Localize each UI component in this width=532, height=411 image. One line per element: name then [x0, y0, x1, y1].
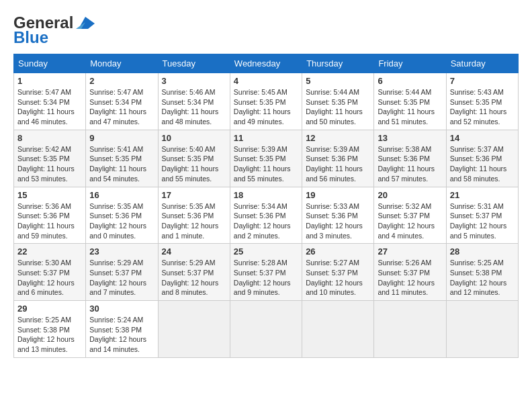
calendar-cell: 25 Sunrise: 5:28 AMSunset: 5:37 PMDaylig… [230, 244, 302, 301]
day-number: 23 [89, 246, 154, 257]
day-info: Sunrise: 5:39 AMSunset: 5:36 PMDaylight:… [306, 145, 363, 183]
day-number: 15 [17, 190, 82, 200]
day-number: 6 [378, 76, 442, 86]
calendar-cell: 23 Sunrise: 5:29 AMSunset: 5:37 PMDaylig… [86, 244, 158, 301]
day-info: Sunrise: 5:47 AMSunset: 5:34 PMDaylight:… [17, 88, 75, 126]
day-number: 5 [306, 76, 370, 86]
day-info: Sunrise: 5:45 AMSunset: 5:35 PMDaylight:… [234, 88, 291, 126]
day-info: Sunrise: 5:35 AMSunset: 5:36 PMDaylight:… [162, 202, 219, 240]
calendar-cell: 26 Sunrise: 5:27 AMSunset: 5:37 PMDaylig… [302, 244, 374, 301]
day-number: 13 [378, 133, 442, 143]
day-number: 11 [234, 133, 298, 143]
calendar-cell [446, 301, 518, 358]
day-number: 29 [17, 304, 82, 314]
calendar-cell: 1 Sunrise: 5:47 AMSunset: 5:34 PMDayligh… [14, 73, 86, 130]
calendar-cell: 28 Sunrise: 5:25 AMSunset: 5:38 PMDaylig… [446, 244, 518, 301]
day-number: 28 [450, 246, 515, 257]
calendar-week-3: 15 Sunrise: 5:36 AMSunset: 5:36 PMDaylig… [14, 187, 519, 244]
day-number: 22 [17, 246, 82, 257]
calendar-cell: 10 Sunrise: 5:40 AMSunset: 5:35 PMDaylig… [158, 130, 230, 187]
day-number: 30 [89, 304, 154, 314]
calendar-cell: 30 Sunrise: 5:24 AMSunset: 5:38 PMDaylig… [86, 301, 158, 358]
weekday-header-monday: Monday [86, 54, 158, 73]
weekday-header-thursday: Thursday [302, 54, 374, 73]
day-info: Sunrise: 5:33 AMSunset: 5:36 PMDaylight:… [306, 202, 363, 240]
calendar-cell: 14 Sunrise: 5:37 AMSunset: 5:36 PMDaylig… [446, 130, 518, 187]
calendar-cell: 21 Sunrise: 5:31 AMSunset: 5:37 PMDaylig… [446, 187, 518, 244]
calendar-cell: 6 Sunrise: 5:44 AMSunset: 5:35 PMDayligh… [374, 73, 446, 130]
calendar-cell: 4 Sunrise: 5:45 AMSunset: 5:35 PMDayligh… [230, 73, 302, 130]
day-info: Sunrise: 5:47 AMSunset: 5:34 PMDaylight:… [89, 88, 146, 126]
day-number: 18 [234, 190, 298, 200]
day-info: Sunrise: 5:31 AMSunset: 5:37 PMDaylight:… [450, 202, 507, 240]
day-number: 14 [450, 133, 515, 143]
logo: General Blue [13, 13, 95, 47]
day-info: Sunrise: 5:30 AMSunset: 5:37 PMDaylight:… [17, 259, 75, 296]
day-number: 10 [162, 133, 226, 143]
day-number: 3 [162, 76, 226, 86]
day-number: 4 [234, 76, 298, 86]
day-info: Sunrise: 5:40 AMSunset: 5:35 PMDaylight:… [162, 145, 219, 183]
day-number: 12 [306, 133, 370, 143]
day-info: Sunrise: 5:38 AMSunset: 5:36 PMDaylight:… [378, 145, 435, 183]
calendar-cell: 2 Sunrise: 5:47 AMSunset: 5:34 PMDayligh… [86, 73, 158, 130]
day-number: 25 [234, 246, 298, 257]
calendar-week-2: 8 Sunrise: 5:42 AMSunset: 5:35 PMDayligh… [14, 130, 519, 187]
calendar-cell [374, 301, 446, 358]
calendar-cell: 24 Sunrise: 5:29 AMSunset: 5:37 PMDaylig… [158, 244, 230, 301]
day-number: 1 [17, 76, 82, 86]
day-info: Sunrise: 5:35 AMSunset: 5:36 PMDaylight:… [89, 202, 146, 240]
day-info: Sunrise: 5:28 AMSunset: 5:37 PMDaylight:… [234, 259, 291, 296]
calendar-cell [158, 301, 230, 358]
calendar-cell: 5 Sunrise: 5:44 AMSunset: 5:35 PMDayligh… [302, 73, 374, 130]
day-number: 16 [89, 190, 154, 200]
day-info: Sunrise: 5:24 AMSunset: 5:38 PMDaylight:… [89, 316, 146, 353]
day-info: Sunrise: 5:29 AMSunset: 5:37 PMDaylight:… [89, 259, 146, 296]
day-info: Sunrise: 5:44 AMSunset: 5:35 PMDaylight:… [378, 88, 435, 126]
calendar-cell: 29 Sunrise: 5:25 AMSunset: 5:38 PMDaylig… [14, 301, 86, 358]
calendar-header-row: SundayMondayTuesdayWednesdayThursdayFrid… [14, 54, 519, 73]
calendar-cell: 20 Sunrise: 5:32 AMSunset: 5:37 PMDaylig… [374, 187, 446, 244]
day-number: 24 [162, 246, 226, 257]
day-info: Sunrise: 5:27 AMSunset: 5:37 PMDaylight:… [306, 259, 363, 296]
day-number: 7 [450, 76, 515, 86]
day-number: 26 [306, 246, 370, 257]
calendar-cell: 18 Sunrise: 5:34 AMSunset: 5:36 PMDaylig… [230, 187, 302, 244]
calendar-cell: 19 Sunrise: 5:33 AMSunset: 5:36 PMDaylig… [302, 187, 374, 244]
logo-icon [76, 17, 95, 29]
calendar-week-4: 22 Sunrise: 5:30 AMSunset: 5:37 PMDaylig… [14, 244, 519, 301]
calendar-week-1: 1 Sunrise: 5:47 AMSunset: 5:34 PMDayligh… [14, 73, 519, 130]
calendar-cell: 7 Sunrise: 5:43 AMSunset: 5:35 PMDayligh… [446, 73, 518, 130]
day-info: Sunrise: 5:32 AMSunset: 5:37 PMDaylight:… [378, 202, 435, 240]
calendar-table: SundayMondayTuesdayWednesdayThursdayFrid… [13, 54, 519, 358]
day-info: Sunrise: 5:26 AMSunset: 5:37 PMDaylight:… [378, 259, 435, 296]
weekday-header-sunday: Sunday [14, 54, 86, 73]
day-number: 8 [17, 133, 82, 143]
day-number: 21 [450, 190, 515, 200]
day-info: Sunrise: 5:37 AMSunset: 5:36 PMDaylight:… [450, 145, 507, 183]
day-number: 27 [378, 246, 442, 257]
calendar-cell [230, 301, 302, 358]
weekday-header-wednesday: Wednesday [230, 54, 302, 73]
logo-blue: Blue [13, 28, 48, 47]
calendar-cell: 9 Sunrise: 5:41 AMSunset: 5:35 PMDayligh… [86, 130, 158, 187]
day-number: 9 [89, 133, 154, 143]
calendar-cell: 8 Sunrise: 5:42 AMSunset: 5:35 PMDayligh… [14, 130, 86, 187]
day-number: 17 [162, 190, 226, 200]
calendar-cell: 3 Sunrise: 5:46 AMSunset: 5:34 PMDayligh… [158, 73, 230, 130]
day-info: Sunrise: 5:39 AMSunset: 5:35 PMDaylight:… [234, 145, 291, 183]
day-number: 19 [306, 190, 370, 200]
day-info: Sunrise: 5:46 AMSunset: 5:34 PMDaylight:… [162, 88, 219, 126]
calendar-cell [302, 301, 374, 358]
calendar-cell: 15 Sunrise: 5:36 AMSunset: 5:36 PMDaylig… [14, 187, 86, 244]
weekday-header-tuesday: Tuesday [158, 54, 230, 73]
day-info: Sunrise: 5:25 AMSunset: 5:38 PMDaylight:… [17, 316, 75, 353]
day-info: Sunrise: 5:29 AMSunset: 5:37 PMDaylight:… [162, 259, 219, 296]
calendar-cell: 22 Sunrise: 5:30 AMSunset: 5:37 PMDaylig… [14, 244, 86, 301]
day-number: 20 [378, 190, 442, 200]
page-header: General Blue [13, 13, 519, 47]
weekday-header-friday: Friday [374, 54, 446, 73]
day-info: Sunrise: 5:42 AMSunset: 5:35 PMDaylight:… [17, 145, 75, 183]
calendar-cell: 17 Sunrise: 5:35 AMSunset: 5:36 PMDaylig… [158, 187, 230, 244]
day-info: Sunrise: 5:41 AMSunset: 5:35 PMDaylight:… [89, 145, 146, 183]
